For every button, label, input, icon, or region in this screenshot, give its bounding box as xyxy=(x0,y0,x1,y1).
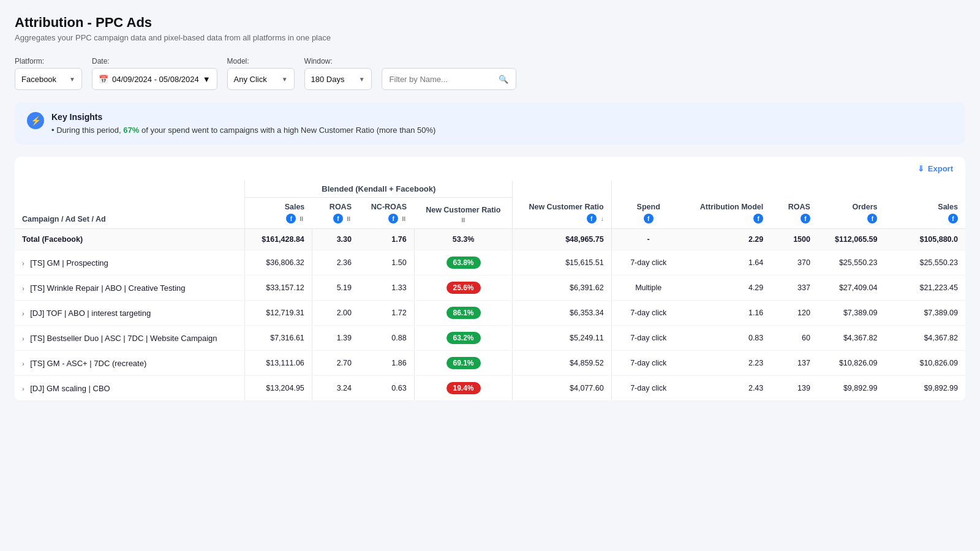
roas-cell: 2.43 xyxy=(685,376,771,401)
spend-cell: $5,249.11 xyxy=(513,326,611,351)
b-ncr-pause-icon: ⏸ xyxy=(460,217,466,223)
table-row: › [TS] GM - ASC+ | 7DC (recreate) $13,11… xyxy=(15,351,965,376)
window-filter-group: Window: 180 Days ▼ xyxy=(304,57,372,90)
page-subtitle: Aggregates your PPC campaign data and pi… xyxy=(15,33,965,42)
ncr-badge: 25.6% xyxy=(447,282,481,294)
total-b-roas-cell: 3.30 xyxy=(312,229,359,250)
expand-icon[interactable]: › xyxy=(22,335,24,342)
b-ncroas-cell: 0.88 xyxy=(359,326,414,351)
expand-icon[interactable]: › xyxy=(22,260,24,267)
b-roas-header: ROAS f ⏸ xyxy=(312,198,359,229)
model-label: Model: xyxy=(227,57,295,66)
sales-cell: $4,367.82 xyxy=(818,326,885,351)
calendar-icon: 📅 xyxy=(99,75,108,84)
b-ncr-cell: 86.1% xyxy=(414,301,513,326)
orders-col-header-label: ROAS xyxy=(778,203,810,211)
click-through-cell: $7,389.09 xyxy=(884,301,965,326)
click-through-fb-icon: f xyxy=(948,214,958,223)
date-label: Date: xyxy=(92,57,217,66)
total-row: Total (Facebook) $161,428.84 3.30 1.76 5… xyxy=(15,229,965,250)
search-input[interactable] xyxy=(390,75,495,84)
table-row: › [TS] GM | Prospecting $36,806.32 2.36 … xyxy=(15,250,965,276)
platform-chevron-icon: ▼ xyxy=(69,76,75,83)
b-ncroas-cell: 1.50 xyxy=(359,250,414,276)
expand-icon[interactable]: › xyxy=(22,285,24,292)
orders-cell: 137 xyxy=(771,351,818,376)
window-select[interactable]: 180 Days ▼ xyxy=(304,68,372,90)
total-spend-cell: $48,965.75 xyxy=(513,229,611,250)
date-select[interactable]: 📅 04/09/2024 - 05/08/2024 ▼ xyxy=(92,68,217,90)
page-title: Attribution - PPC Ads xyxy=(15,15,965,31)
b-ncroas-cell: 1.33 xyxy=(359,276,414,301)
click-through-col-header-label: Sales xyxy=(892,203,958,211)
attr-model-cell: 7-day click xyxy=(611,351,685,376)
window-value: 180 Days xyxy=(311,75,345,84)
b-ncroas-cell: 0.63 xyxy=(359,376,414,401)
table-wrapper: Campaign / Ad Set / Ad Blended (Kendall … xyxy=(15,181,965,401)
spend-cell: $6,353.34 xyxy=(513,301,611,326)
orders-fb-icon: f xyxy=(801,214,810,223)
attr-model-cell: 7-day click xyxy=(611,250,685,276)
b-roas-cell: 2.70 xyxy=(312,351,359,376)
blended-group-header: Blended (Kendall + Facebook) xyxy=(245,181,513,198)
table-row: › [TS] Wrinkle Repair | ABO | Creative T… xyxy=(15,276,965,301)
click-through-cell: $10,826.09 xyxy=(884,351,965,376)
orders-cell: 120 xyxy=(771,301,818,326)
orders-cell: 337 xyxy=(771,276,818,301)
total-campaign-cell: Total (Facebook) xyxy=(15,229,245,250)
b-roas-fb-icon: f xyxy=(333,214,343,223)
sales-cell: $7,389.09 xyxy=(818,301,885,326)
model-select[interactable]: Any Click ▼ xyxy=(227,68,295,90)
platform-value: Facebook xyxy=(21,75,56,84)
b-ncr-cell: 25.6% xyxy=(414,276,513,301)
roas-col-header-label: Attribution Model xyxy=(693,203,764,211)
click-through-cell: $4,367.82 xyxy=(884,326,965,351)
insights-bullet: • xyxy=(51,126,56,135)
expand-icon[interactable]: › xyxy=(22,310,24,317)
expand-icon[interactable]: › xyxy=(22,385,24,392)
data-table-section: ⇓ Export Campaign / Ad Set / Ad Blended … xyxy=(15,157,965,401)
export-button[interactable]: ⇓ Export xyxy=(918,164,953,173)
ncr-badge: 69.1% xyxy=(447,357,481,369)
roas-fb-icon: f xyxy=(753,214,763,223)
b-roas-cell: 2.00 xyxy=(312,301,359,326)
b-ncroas-cell: 1.72 xyxy=(359,301,414,326)
insights-content: Key Insights • During this period, 67% o… xyxy=(51,112,953,135)
model-chevron-icon: ▼ xyxy=(282,76,288,83)
campaign-name: [TS] GM | Prospecting xyxy=(30,258,108,268)
sales-cell: $9,892.99 xyxy=(818,376,885,401)
insights-box: ⚡ Key Insights • During this period, 67%… xyxy=(15,102,965,144)
b-sales-cell: $12,719.31 xyxy=(245,301,312,326)
b-sales-cell: $13,204.95 xyxy=(245,376,312,401)
spend-col-header-label: New Customer Ratio xyxy=(520,203,603,211)
search-box[interactable]: 🔍 xyxy=(382,68,516,90)
b-sales-fb-icon: f xyxy=(286,214,296,223)
b-sales-header: Sales f ⏸ xyxy=(245,198,312,229)
b-roas-cell: 1.39 xyxy=(312,326,359,351)
b-sales-cell: $33,157.12 xyxy=(245,276,312,301)
campaign-cell: › [DJ] GM scaling | CBO xyxy=(15,376,245,401)
window-chevron-icon: ▼ xyxy=(359,76,365,83)
ncr-badge: 63.8% xyxy=(447,257,481,269)
roas-cell: 2.23 xyxy=(685,351,771,376)
sales2-fb-icon: f xyxy=(867,214,877,223)
orders-cell: 139 xyxy=(771,376,818,401)
search-icon: 🔍 xyxy=(499,75,508,84)
attr-model-fb-icon: f xyxy=(644,214,654,223)
model-filter-group: Model: Any Click ▼ xyxy=(227,57,295,90)
total-b-ncroas-cell: 1.76 xyxy=(359,229,414,250)
roas-cell: 0.83 xyxy=(685,326,771,351)
insights-title: Key Insights xyxy=(51,112,953,122)
expand-icon[interactable]: › xyxy=(22,360,24,367)
spend-sort-icon: ↓ xyxy=(601,216,604,222)
b-roas-cell: 5.19 xyxy=(312,276,359,301)
total-b-sales-cell: $161,428.84 xyxy=(245,229,312,250)
platform-select[interactable]: Facebook ▼ xyxy=(15,68,82,90)
spend-cell: $4,077.60 xyxy=(513,376,611,401)
campaign-cell: › [TS] Wrinkle Repair | ABO | Creative T… xyxy=(15,276,245,301)
spend-cell: $4,859.52 xyxy=(513,351,611,376)
model-value: Any Click xyxy=(234,75,267,84)
platform-label: Platform: xyxy=(15,57,82,66)
b-ncroas-fb-icon: f xyxy=(388,214,398,223)
orders-cell: 370 xyxy=(771,250,818,276)
